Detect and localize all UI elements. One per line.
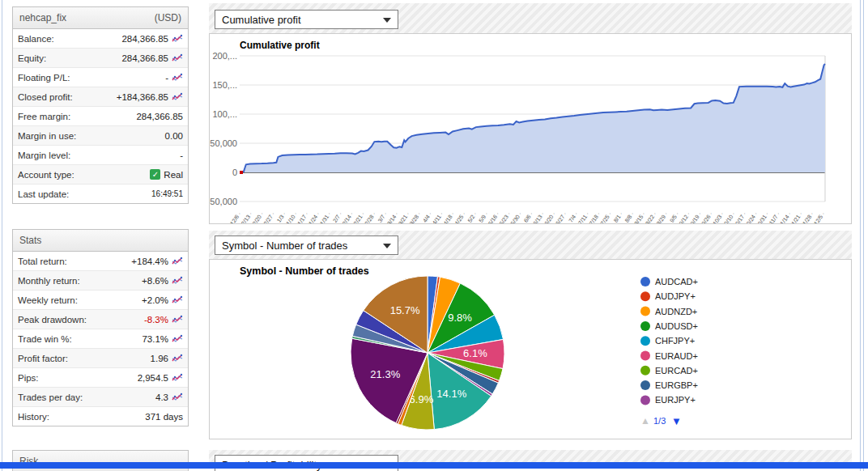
x-axis-tick-label: 5/16 ·	[487, 211, 500, 223]
chart-title: Symbol - Number of trades	[240, 265, 369, 277]
row-label: Last update:	[18, 189, 69, 199]
legend-dot-icon	[640, 321, 650, 331]
legend-item-label: EURAUD+	[655, 351, 698, 361]
x-axis-tick-label: 11/14 ·	[777, 211, 792, 223]
legend-dot-icon	[640, 307, 650, 316]
table-row: Weekly return:+2.0%	[13, 291, 188, 310]
x-axis-tick-label: 10/17 ·	[733, 211, 747, 223]
row-label: Trade win %:	[18, 334, 72, 344]
row-value: 4.3	[155, 392, 168, 402]
legend-item-label: EURGBP+	[655, 380, 698, 390]
sparkline-icon[interactable]	[172, 354, 183, 363]
sparkline-icon[interactable]	[172, 334, 183, 343]
cumulative-profit-chart: 200,...150,...100,...50,0000-50,000Cumul…	[210, 34, 851, 223]
legend-dot-icon	[640, 366, 650, 376]
stats-panel-title: Stats	[19, 235, 41, 246]
chart-type-select[interactable]: Cumulative profit	[215, 10, 398, 29]
x-axis-tick-label: 5/30 ·	[509, 211, 522, 223]
table-row: Trades per day:4.3	[13, 388, 188, 407]
row-label: Balance:	[18, 34, 54, 44]
table-row: Pips:2,954.5	[13, 368, 188, 388]
row-value: 0.00	[165, 131, 183, 141]
pie-slice-percentage: 15.7%	[390, 304, 420, 316]
row-label: History:	[18, 412, 49, 422]
symbol-trades-pie-chart: Symbol - Number of trades9.8%6.1%14.1%6.…	[210, 260, 851, 439]
table-row: Free margin:284,366.85	[13, 107, 188, 126]
y-axis-tick-label: 100,...	[212, 109, 237, 119]
x-axis-tick-label: 10/3 ·	[712, 211, 725, 223]
stats-panel-header: Stats	[13, 230, 188, 252]
sparkline-icon[interactable]	[172, 315, 183, 324]
legend-item-label: AUDUSD+	[655, 321, 698, 331]
x-axis-tick-label: 5/2 ·	[466, 211, 478, 223]
y-axis-tick-label: -50,000	[210, 197, 237, 206]
symbol-trades-card: Symbol - Number of trades9.8%6.1%14.1%6.…	[209, 259, 852, 439]
y-axis-tick-label: 50,000	[210, 138, 237, 148]
row-label: Profit factor:	[18, 354, 68, 363]
x-axis-tick-label: 5/23 ·	[499, 211, 512, 223]
pie-slice-percentage: 9.8%	[448, 312, 472, 324]
sparkline-icon[interactable]	[172, 34, 183, 43]
row-value: +184,366.85	[117, 92, 168, 102]
pie-type-select[interactable]: Symbol - Number of trades	[215, 236, 398, 255]
sparkline-icon[interactable]	[172, 73, 183, 82]
row-value: 1.96	[151, 354, 168, 363]
frame-right-line-outer	[860, 0, 861, 471]
x-axis-tick-label: 2/14 ·	[341, 211, 354, 223]
pie-slice-percentage: 6.1%	[463, 347, 487, 359]
chevron-down-icon	[383, 244, 391, 248]
row-label: Equity:	[18, 53, 46, 63]
legend-page-up-icon[interactable]: ▲	[640, 415, 650, 426]
x-axis-tick-label: 7/18 ·	[589, 211, 602, 223]
table-row: Peak drawdown:-8.3%	[13, 310, 188, 329]
legend-page-down-icon[interactable]: ▼	[671, 415, 682, 427]
x-axis-tick-label: 4/25 ·	[453, 211, 466, 223]
x-axis-tick-label: 11/7 ·	[768, 211, 781, 223]
chevron-down-icon	[383, 18, 391, 23]
x-axis-tick-label: 8/29 ·	[656, 211, 669, 223]
legend-item-label: AUDJPY+	[655, 291, 696, 301]
legend-dot-icon	[640, 395, 650, 405]
row-label: Total return:	[18, 257, 67, 266]
sparkline-icon[interactable]	[172, 257, 183, 265]
row-label: Closed profit:	[18, 92, 73, 102]
sparkline-icon[interactable]	[172, 373, 183, 382]
account-panel: nehcap_fix (USD) Balance:284,366.85Equit…	[12, 6, 189, 204]
row-label: Margin level:	[18, 151, 70, 160]
sparkline-icon[interactable]	[172, 295, 183, 304]
x-axis-tick-label: 12/6 ·	[229, 211, 242, 223]
x-axis-tick-label: 11/21 ·	[789, 211, 803, 223]
x-axis-tick-label: 7/11 ·	[577, 211, 590, 223]
y-axis-tick-label: 0	[232, 168, 237, 177]
table-row: Floating P/L:-	[13, 68, 188, 87]
table-row: History:371 days	[13, 407, 188, 426]
x-axis-tick-label: 6/27 ·	[555, 211, 568, 223]
x-axis-tick-label: 8/1 ·	[612, 211, 623, 223]
sparkline-icon[interactable]	[172, 92, 183, 101]
y-axis-tick-label: 150,...	[212, 80, 237, 90]
row-label: Monthly return:	[18, 276, 80, 286]
cumulative-profit-card: 200,...150,...100,...50,0000-50,000Cumul…	[209, 33, 852, 224]
row-value: -	[165, 73, 168, 83]
legend-dot-icon	[640, 291, 650, 301]
legend-item-label: CHFJPY+	[655, 336, 695, 346]
row-value: 2,954.5	[138, 373, 168, 383]
row-value: +8.6%	[142, 276, 168, 286]
x-axis-tick-label: 10/31 ·	[755, 211, 769, 223]
legend-dot-icon	[640, 380, 650, 390]
x-axis-tick-label: 3/28 ·	[409, 211, 422, 223]
frame-left-line	[2, 0, 2, 471]
sparkline-icon[interactable]	[172, 53, 183, 62]
account-panel-header: nehcap_fix (USD)	[13, 7, 188, 29]
legend-page-indicator: 1/3	[653, 416, 666, 426]
stats-rows: Total return:+184.4%Monthly return:+8.6%…	[13, 252, 188, 426]
row-label: Margin in use:	[18, 131, 76, 141]
sparkline-icon[interactable]	[172, 276, 183, 285]
row-label: Pips:	[18, 373, 39, 383]
sparkline-icon[interactable]	[172, 392, 183, 401]
row-label: Account type:	[18, 170, 74, 180]
table-row: Equity:284,366.85	[13, 49, 188, 68]
x-axis-tick-label: 6/13 ·	[532, 211, 545, 223]
bottom-divider-bar	[0, 462, 868, 469]
x-axis-tick-label: 8/22 ·	[645, 211, 657, 223]
